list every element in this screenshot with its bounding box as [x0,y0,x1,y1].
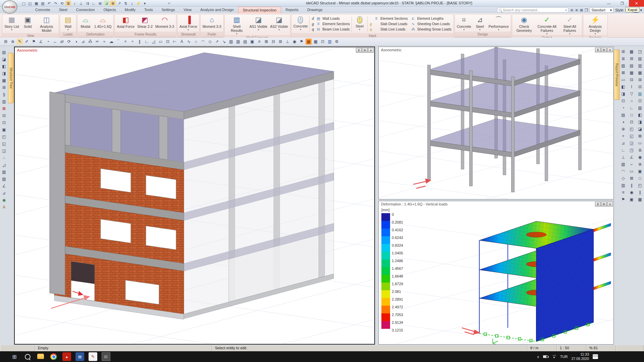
input-list-item[interactable]: ∿Sheeting Own Loads [411,21,451,26]
hatch-sel-icon[interactable]: ▨ [620,63,626,69]
view-up-button[interactable]: ∧ [607,202,613,206]
ribbon-button[interactable]: ◩Shear 2-2 [136,15,154,32]
raft-icon[interactable]: ⊞ [629,56,635,62]
ribbon-button[interactable]: ▦Story List▾ [3,15,20,33]
ribbon-button[interactable]: ◪AS1 Visible▾ [248,15,269,35]
extend-icon[interactable]: ≈ [101,39,107,45]
ribbon-button[interactable]: ◉Check Geometry [513,15,536,35]
qat-collapse-icon[interactable]: ≂ [168,1,170,5]
dimension-icon[interactable]: ⊢ [172,39,178,45]
zoom-window-icon[interactable]: ⊞ [3,39,9,45]
mirror-icon[interactable]: ◑ [73,39,79,45]
pile-icon[interactable]: ○ [629,98,635,104]
sheet2-icon[interactable]: ▣ [637,168,643,174]
move-icon[interactable]: ↔ [52,39,58,45]
bracket-icon[interactable]: ⌐ [629,161,635,167]
measure-angle-icon[interactable]: ∠ [38,39,44,45]
undo-icon[interactable]: ↶ [46,1,52,6]
calculator-icon[interactable]: ▥ [327,39,333,45]
app-logo[interactable]: ideCAD [2,0,17,14]
report-page-icon[interactable]: ◳ [637,49,643,55]
battery-icon[interactable] [543,355,548,358]
transform-icon[interactable]: ▦ [1,77,7,83]
main-viewport[interactable]: Axonometric ⊻N∧ [14,47,375,345]
quick-analysis-icon[interactable]: ⚡ [136,1,141,6]
ribbon-tab[interactable]: Steel [55,7,72,13]
match-properties-icon[interactable]: ◨ [1,70,7,76]
corner2-icon[interactable]: ∟ [629,105,635,111]
corner-snap-icon[interactable]: ∟ [91,1,97,6]
measure-icon[interactable]: ↨ [129,1,135,6]
input-list-item[interactable]: gΙΙElement Sections [311,21,350,26]
paste-icon[interactable]: ⊡ [1,120,7,126]
stretch-icon[interactable]: ⇄ [59,39,65,45]
polygon-icon[interactable]: ◇ [207,39,213,45]
language-indicator[interactable]: TUR [560,355,568,359]
cell2-icon[interactable]: ⊡ [629,119,635,125]
mesh-icon[interactable]: ▩ [637,196,643,202]
grid-icon[interactable]: ⊞ [620,49,626,55]
sheet-icon[interactable]: ▤ [620,112,626,118]
standart-select[interactable]: Standart▾ [590,7,613,13]
layer-list-icon[interactable]: ≋ [571,8,574,12]
auto-label-icon[interactable]: A [1,204,7,210]
ribbon-button[interactable]: ⊿Steel▾ [473,15,487,32]
ribbon-tab[interactable]: Connection [72,7,99,13]
explorer-icon[interactable] [36,352,45,361]
tray-chevron-icon[interactable]: ∧ [537,355,539,359]
input-list-item[interactable]: d▤Wall Loads [311,16,350,21]
midpoint-snap-icon[interactable]: ⇅ [123,1,128,6]
ribbon-tab[interactable]: Modify [120,7,140,13]
grid-snap-icon[interactable]: ⊞ [97,1,103,6]
open-icon[interactable]: ◱ [27,1,33,6]
tri-icon[interactable]: ⊿ [620,140,626,146]
shade-left-icon[interactable]: ◧ [620,84,626,90]
ribbon-tab[interactable]: View [179,7,196,13]
status-units[interactable]: tf / m [527,345,557,351]
frame-toggle-icon[interactable]: ⊠ [580,8,583,12]
active-app-icon[interactable]: ||| [102,352,110,361]
opening-icon[interactable]: □ [629,112,635,118]
report-wall-icon[interactable]: ⊞ [637,77,643,83]
materials-icon[interactable]: ◉ [1,197,7,203]
sum-left-icon[interactable]: ◧ [637,112,643,118]
storyboard-icon[interactable]: ▨ [1,169,7,175]
plus-icon[interactable]: + [620,133,626,139]
ribbon-tab[interactable]: Objects [99,7,120,13]
panel-icon[interactable]: ▥ [620,182,626,188]
input-list-item[interactable]: ⊏Element Lengths [411,16,451,21]
solid-icon[interactable]: ▣ [629,196,635,202]
select-region-icon[interactable]: ▭ [158,39,164,45]
parallel-snap-icon[interactable]: ⇉ [85,1,90,6]
wifi-icon[interactable] [552,355,556,359]
ribbon-button[interactable]: ▥Shell Results▾ [225,15,248,35]
view-filter-button[interactable]: ⊻ [356,48,362,53]
sum-right-icon[interactable]: ◨ [637,119,643,125]
units-icon[interactable]: ⊡ [320,39,326,45]
offset-icon[interactable]: ∥ [137,39,143,45]
arc-icon[interactable]: ◠ [200,39,206,45]
poly-icon[interactable]: ◇ [620,175,626,181]
slab-icon[interactable]: ▩ [629,49,635,55]
render-icon[interactable]: ▦ [306,39,312,45]
osnap-settings-icon[interactable]: ≣ [65,1,71,6]
ribbon-button[interactable]: ⌗Concrete▾ [455,15,473,32]
rotate-icon[interactable]: ⟳ [66,39,72,45]
ribbon-button[interactable]: ⌒Performance▾ [487,15,510,32]
corner-icon[interactable]: ∟ [144,39,150,45]
report-list-icon[interactable]: ▥ [1,99,7,105]
frame-icon[interactable]: ∥ [629,182,635,188]
image-icon[interactable]: ▣ [249,39,255,45]
group-icon[interactable]: ⊞ [277,39,283,45]
array-icon[interactable]: ⁂ [87,39,93,45]
status-zoom[interactable]: % 81 [586,345,616,351]
orbit-icon[interactable]: ◔ [45,39,51,45]
view-filter-button[interactable]: ⊻ [595,202,601,206]
minimize-button[interactable]: — [602,0,615,7]
redo-icon[interactable]: ↷ [53,1,58,6]
restore-button[interactable]: ❐ [615,0,629,7]
wall-icon[interactable]: ▤ [629,63,635,69]
section-icon[interactable]: ⊠ [620,70,626,76]
close-button[interactable]: ✕ [629,0,644,7]
properties-icon[interactable]: ▤ [1,49,7,55]
